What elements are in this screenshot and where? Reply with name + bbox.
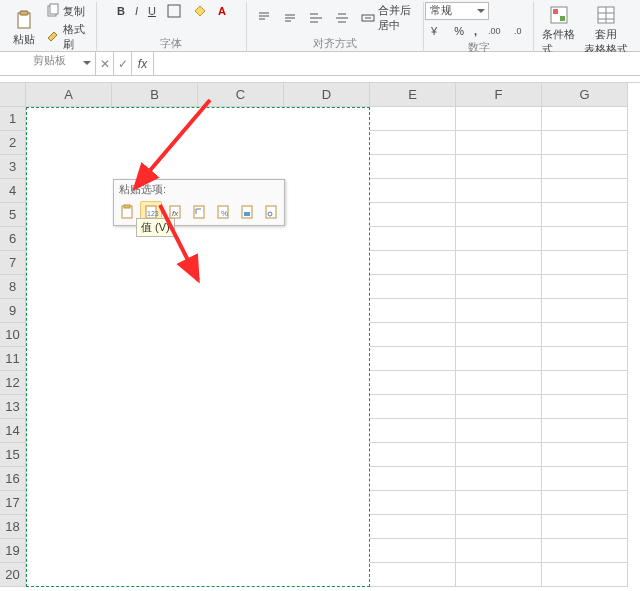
row-header-6[interactable]: 6 — [0, 227, 26, 251]
cell-A6[interactable]: 帮帮6 — [26, 227, 112, 251]
cell-A8[interactable]: 帮帮8 — [26, 275, 112, 299]
align-center-button[interactable] — [331, 9, 353, 27]
cell-A9[interactable]: 帮帮9 — [26, 299, 112, 323]
accept-button[interactable]: ✓ — [114, 52, 132, 75]
cell-G9[interactable] — [542, 299, 628, 323]
cell-E18[interactable] — [370, 515, 456, 539]
cell-F17[interactable] — [456, 491, 542, 515]
cell-F4[interactable] — [456, 179, 542, 203]
cell-F2[interactable] — [456, 131, 542, 155]
name-box-input[interactable] — [4, 56, 91, 72]
cell-F14[interactable] — [456, 419, 542, 443]
cell-D3[interactable]: 帮帮18 — [284, 155, 370, 179]
copy-button[interactable]: 复制 — [42, 2, 90, 20]
row-header-9[interactable]: 9 — [0, 299, 26, 323]
row-header-12[interactable]: 12 — [0, 371, 26, 395]
cell-C14[interactable]: 0 — [198, 419, 284, 443]
row-header-15[interactable]: 15 — [0, 443, 26, 467]
cell-C15[interactable]: 0 — [198, 443, 284, 467]
cell-B20[interactable]: 0 — [112, 563, 198, 587]
column-header-C[interactable]: C — [198, 83, 284, 107]
cell-D18[interactable]: 0 — [284, 515, 370, 539]
paste-all-button[interactable] — [116, 201, 138, 223]
border-button[interactable] — [163, 2, 185, 20]
cell-E16[interactable] — [370, 467, 456, 491]
cell-D2[interactable]: 帮帮17 — [284, 131, 370, 155]
cell-F7[interactable] — [456, 251, 542, 275]
cell-C6[interactable]: 帮帮16 — [198, 227, 284, 251]
cell-F12[interactable] — [456, 371, 542, 395]
cell-D7[interactable]: 0 — [284, 251, 370, 275]
cell-C1[interactable]: 帮帮11 — [198, 107, 284, 131]
cell-A20[interactable]: 帮帮20 — [26, 563, 112, 587]
cell-G20[interactable] — [542, 563, 628, 587]
cell-D19[interactable]: 0 — [284, 539, 370, 563]
merge-button[interactable]: 合并后居中 — [357, 2, 417, 34]
cell-B2[interactable]: 帮帮7 — [112, 131, 198, 155]
cell-G15[interactable] — [542, 443, 628, 467]
cell-A17[interactable]: 帮帮17 — [26, 491, 112, 515]
format-brush-button[interactable]: 格式刷 — [42, 21, 90, 53]
cell-G1[interactable] — [542, 107, 628, 131]
row-header-14[interactable]: 14 — [0, 419, 26, 443]
cell-C9[interactable]: 帮帮19 — [198, 299, 284, 323]
row-header-18[interactable]: 18 — [0, 515, 26, 539]
cell-F3[interactable] — [456, 155, 542, 179]
cell-D14[interactable]: 0 — [284, 419, 370, 443]
cell-C16[interactable]: 0 — [198, 467, 284, 491]
cell-E12[interactable] — [370, 371, 456, 395]
cell-F8[interactable] — [456, 275, 542, 299]
cell-C2[interactable]: 帮帮12 — [198, 131, 284, 155]
cell-A11[interactable]: 帮帮11 — [26, 347, 112, 371]
cell-E5[interactable] — [370, 203, 456, 227]
cell-A15[interactable]: 帮帮15 — [26, 443, 112, 467]
cell-F9[interactable] — [456, 299, 542, 323]
column-header-D[interactable]: D — [284, 83, 370, 107]
row-header-5[interactable]: 5 — [0, 203, 26, 227]
cell-A19[interactable]: 帮帮19 — [26, 539, 112, 563]
row-header-17[interactable]: 17 — [0, 491, 26, 515]
cell-B12[interactable]: 帮帮17 — [112, 371, 198, 395]
cell-E2[interactable] — [370, 131, 456, 155]
cell-F15[interactable] — [456, 443, 542, 467]
cell-A14[interactable]: 帮帮14 — [26, 419, 112, 443]
cell-A18[interactable]: 帮帮18 — [26, 515, 112, 539]
cell-D15[interactable]: 0 — [284, 443, 370, 467]
row-header-4[interactable]: 4 — [0, 179, 26, 203]
cell-C19[interactable]: 0 — [198, 539, 284, 563]
bold-button[interactable]: B — [114, 4, 128, 18]
row-header-7[interactable]: 7 — [0, 251, 26, 275]
cell-F18[interactable] — [456, 515, 542, 539]
cell-B16[interactable]: 0 — [112, 467, 198, 491]
cell-G6[interactable] — [542, 227, 628, 251]
cell-G10[interactable] — [542, 323, 628, 347]
row-header-8[interactable]: 8 — [0, 275, 26, 299]
cell-E19[interactable] — [370, 539, 456, 563]
cell-B1[interactable]: 帮帮6 — [112, 107, 198, 131]
cell-G3[interactable] — [542, 155, 628, 179]
cell-B14[interactable]: 帮帮19 — [112, 419, 198, 443]
cell-F6[interactable] — [456, 227, 542, 251]
cell-G4[interactable] — [542, 179, 628, 203]
formula-input[interactable] — [154, 52, 640, 75]
cell-E3[interactable] — [370, 155, 456, 179]
fill-color-button[interactable] — [189, 2, 211, 20]
cell-D12[interactable]: 0 — [284, 371, 370, 395]
cell-E11[interactable] — [370, 347, 456, 371]
cell-B9[interactable]: 帮帮14 — [112, 299, 198, 323]
cancel-button[interactable]: ✕ — [96, 52, 114, 75]
cell-E10[interactable] — [370, 323, 456, 347]
cell-A13[interactable]: 帮帮13 — [26, 395, 112, 419]
cell-C20[interactable]: 0 — [198, 563, 284, 587]
paste-transpose-button[interactable] — [188, 201, 210, 223]
column-header-A[interactable]: A — [26, 83, 112, 107]
select-all-corner[interactable] — [0, 83, 26, 107]
paste-formatting-button[interactable]: % — [212, 201, 234, 223]
cell-B10[interactable]: 帮帮15 — [112, 323, 198, 347]
cell-B7[interactable]: 帮帮12 — [112, 251, 198, 275]
cell-B19[interactable]: 0 — [112, 539, 198, 563]
inc-decimal-button[interactable]: .00 — [484, 22, 506, 40]
cell-B18[interactable]: 0 — [112, 515, 198, 539]
cell-G12[interactable] — [542, 371, 628, 395]
cell-A5[interactable]: 帮帮5 — [26, 203, 112, 227]
